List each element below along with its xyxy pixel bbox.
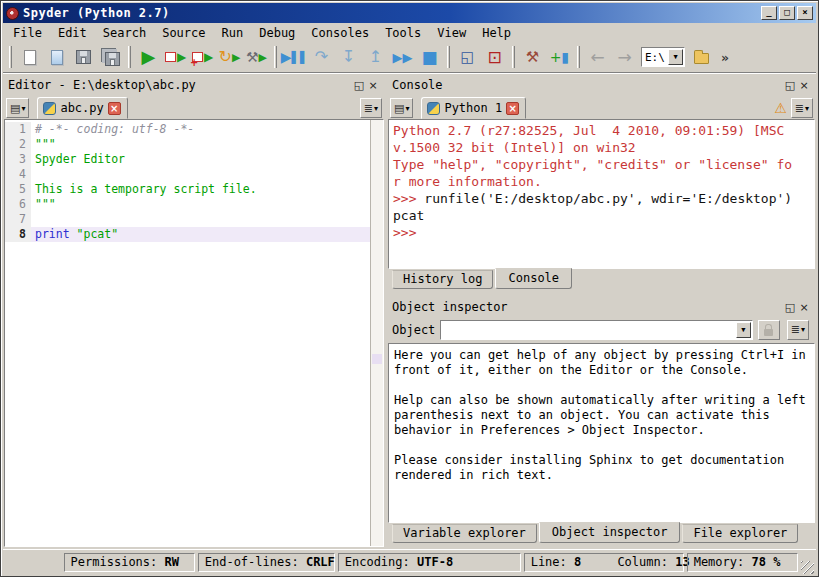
console-line: >>> <box>393 224 810 241</box>
step-return-button[interactable]: ↥ <box>362 44 389 70</box>
close-console-icon[interactable]: × <box>506 102 519 115</box>
inspector-float-button[interactable]: ◱ <box>783 301 797 314</box>
editor-tab-abc-py[interactable]: abc.py × <box>37 97 127 119</box>
tab-history-log[interactable]: History log <box>392 270 493 289</box>
tab-variable-explorer[interactable]: Variable explorer <box>392 524 537 543</box>
status-bar: Permissions: RWEnd-of-lines: CRLFEncodin… <box>3 549 816 574</box>
menu-item-file[interactable]: File <box>5 25 50 41</box>
menu-item-source[interactable]: Source <box>154 25 213 41</box>
editor-line: 4 <box>5 167 370 182</box>
python-path-button[interactable]: +▮ <box>546 44 573 70</box>
object-input[interactable] <box>441 322 735 338</box>
inspector-pane-title: Object inspector <box>392 300 783 314</box>
line-number: 7 <box>5 212 31 227</box>
step-into-button[interactable]: ↧ <box>335 44 362 70</box>
toolbar-separator <box>512 46 515 68</box>
console-pane-header[interactable]: Console ◱ × <box>388 75 815 95</box>
run-button[interactable]: ▶ <box>135 44 162 70</box>
combo-dropdown-icon[interactable]: ▼ <box>668 49 683 65</box>
run-cell-icon: ▶ <box>165 51 186 63</box>
back-button[interactable]: ← <box>584 44 611 70</box>
console-float-button[interactable]: ◱ <box>783 79 797 92</box>
console-close-button[interactable]: × <box>797 79 811 92</box>
editor-line: 2""" <box>5 137 370 152</box>
close-button[interactable]: × <box>797 6 813 20</box>
resize-grip[interactable] <box>801 561 814 574</box>
inspector-options-button[interactable]: ≣ ▾ <box>787 320 809 340</box>
warning-icon[interactable]: ⚠ <box>774 100 787 116</box>
menu-item-tools[interactable]: Tools <box>377 25 429 41</box>
right-column: Console ◱ × ▤ ▾ Python 1 × ⚠ <box>388 75 815 547</box>
editor-options-button[interactable]: ≣ ▾ <box>360 98 382 118</box>
browse-working-directory-button[interactable] <box>688 44 715 70</box>
maximize-pane-button[interactable]: ◱ <box>454 44 481 70</box>
title-bar[interactable]: Spyder (Python 2.7) _□× <box>3 3 816 23</box>
editor-pane: Editor - E:\desktop\abc.py ◱ × ▤ ▾ abc.p… <box>4 75 384 547</box>
save-button[interactable] <box>70 44 97 70</box>
debug-button[interactable]: ▶▌▌ <box>281 44 308 70</box>
tab-console[interactable]: Console <box>495 268 572 289</box>
editor-tabbar: ▤ ▾ abc.py × ≣ ▾ <box>4 95 384 119</box>
line-number: 8 <box>5 227 31 242</box>
line-number: 2 <box>5 137 31 152</box>
editor-close-button[interactable]: × <box>366 79 380 92</box>
tab-object-inspector[interactable]: Object inspector <box>539 522 681 543</box>
editor-textarea[interactable]: 1# -*- coding: utf-8 -*-2"""3Spyder Edit… <box>4 119 384 547</box>
inspector-pane-header[interactable]: Object inspector ◱ × <box>388 297 815 317</box>
toolbar-overflow-button[interactable]: » <box>717 50 733 65</box>
menu-item-search[interactable]: Search <box>95 25 154 41</box>
console-options-button[interactable]: ≣ ▾ <box>791 98 813 118</box>
menu-item-edit[interactable]: Edit <box>50 25 95 41</box>
editor-pane-header[interactable]: Editor - E:\desktop\abc.py ◱ × <box>4 75 384 95</box>
run-cell-advance-button[interactable]: ▶ <box>189 44 216 70</box>
line-number: 4 <box>5 167 31 182</box>
tab-file-explorer[interactable]: File explorer <box>682 524 798 543</box>
run-settings-button[interactable]: ⚒▶ <box>243 44 270 70</box>
rerun-button[interactable]: ↻▶ <box>216 44 243 70</box>
run-cell-button[interactable]: ▶ <box>162 44 189 70</box>
close-tab-icon[interactable]: × <box>108 102 121 115</box>
menu-item-run[interactable]: Run <box>214 25 252 41</box>
options-menu-icon: ≣ <box>791 323 800 336</box>
maximize-button[interactable]: □ <box>779 6 795 20</box>
menu-item-consoles[interactable]: Consoles <box>303 25 377 41</box>
editor-float-button[interactable]: ◱ <box>352 79 366 92</box>
step-over-button[interactable]: ↷ <box>308 44 335 70</box>
object-label: Object <box>392 323 435 337</box>
lock-button[interactable] <box>758 320 780 340</box>
menu-item-view[interactable]: View <box>429 25 474 41</box>
object-dropdown-icon[interactable]: ▼ <box>736 322 751 338</box>
menu-item-help[interactable]: Help <box>474 25 519 41</box>
minimize-button[interactable]: _ <box>761 6 777 20</box>
editor-line: 5This is a temporary script file. <box>5 182 370 197</box>
editor-scrollflag-column[interactable] <box>370 120 383 546</box>
forward-button[interactable]: → <box>611 44 638 70</box>
toolbar-separator <box>274 46 277 68</box>
back-arrow-icon: ← <box>590 49 604 66</box>
menu-item-debug[interactable]: Debug <box>251 25 303 41</box>
editor-line: 3Spyder Editor <box>5 152 370 167</box>
save-all-button[interactable] <box>97 44 124 70</box>
tools-button[interactable]: ⚒ <box>519 44 546 70</box>
console-textarea[interactable]: Python 2.7 (r27:82525, Jul 4 2010, 09:01… <box>388 119 815 269</box>
inspector-help-text: Here you can get help of any object by p… <box>388 343 815 523</box>
object-row: Object ▼ ≣ ▾ <box>388 317 815 343</box>
new-file-button[interactable] <box>16 44 43 70</box>
stop-button[interactable]: ■ <box>416 44 443 70</box>
working-directory-combo[interactable]: E:\▼ <box>641 47 685 67</box>
fullscreen-button[interactable]: ⊡ <box>481 44 508 70</box>
browse-tabs-button[interactable]: ▤ ▾ <box>6 98 29 118</box>
line-number: 5 <box>5 182 31 197</box>
lock-icon <box>764 329 773 336</box>
console-tab-python-1[interactable]: Python 1 × <box>421 97 526 119</box>
browse-consoles-button[interactable]: ▤ ▾ <box>390 98 413 118</box>
inspector-text-line: Here you can get help of any object by p… <box>394 348 809 363</box>
continue-button[interactable]: ▶▶ <box>389 44 416 70</box>
working-directory-value: E:\ <box>642 51 668 64</box>
open-file-button[interactable] <box>43 44 70 70</box>
console-line: v.1500 32 bit (Intel)] on win32 <box>393 139 810 156</box>
step-over-icon: ↷ <box>315 49 328 65</box>
console-line: Type "help", "copyright", "credits" or "… <box>393 156 810 173</box>
folder-icon <box>694 50 709 64</box>
inspector-close-button[interactable]: × <box>797 301 811 314</box>
